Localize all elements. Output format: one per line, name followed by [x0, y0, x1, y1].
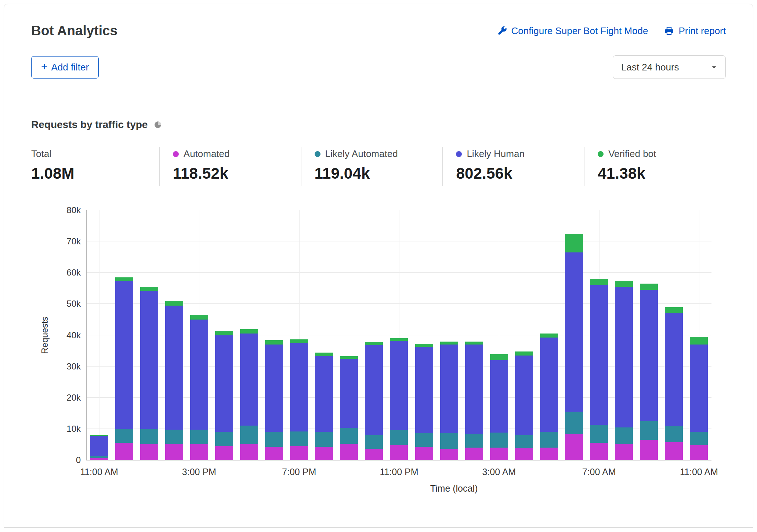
bar-22	[637, 210, 662, 460]
bar-8	[287, 210, 312, 460]
y-axis-title: Requests	[40, 317, 50, 354]
bar-segment	[265, 432, 283, 447]
bar-segment	[165, 430, 183, 444]
bar-segment	[515, 435, 533, 448]
bar-segment	[690, 432, 708, 445]
bar-24	[687, 210, 711, 460]
verified-bot-legend-dot	[598, 151, 604, 157]
bar-segment	[465, 342, 483, 345]
time-range-select[interactable]: Last 24 hours	[613, 55, 726, 79]
bar-segment	[490, 354, 508, 360]
bar-segment	[390, 430, 408, 445]
bar-segment	[215, 335, 233, 432]
stat-likely-human: Likely Human 802.56k	[442, 147, 584, 186]
x-tick-label: 7:00 PM	[282, 467, 316, 477]
bar-13	[412, 210, 437, 460]
bar-segment	[265, 340, 283, 345]
bar-segment	[115, 277, 133, 281]
bar-segment	[590, 279, 608, 285]
bar-4	[186, 210, 211, 460]
bar-segment	[165, 301, 183, 306]
bar-segment	[390, 338, 408, 341]
bar-segment	[640, 290, 658, 421]
bar-segment	[515, 351, 533, 356]
bar-segment	[115, 429, 133, 443]
bar-segment	[490, 433, 508, 448]
card-body: Requests by traffic type Total 1.08M Aut…	[4, 119, 753, 494]
bar-segment	[290, 431, 308, 446]
stat-likely-automated-value: 119.04k	[315, 165, 435, 182]
bar-16	[486, 210, 511, 460]
bar-segment	[265, 447, 283, 460]
bar-segment	[590, 443, 608, 460]
bar-segment	[465, 345, 483, 434]
x-tick-label: 7:00 AM	[582, 467, 616, 477]
plus-icon: +	[41, 61, 48, 72]
x-tick-label: 3:00 PM	[182, 467, 216, 477]
stat-likely-automated: Likely Automated 119.04k	[301, 147, 443, 186]
bar-segment	[440, 433, 458, 449]
stat-total-label: Total	[31, 148, 51, 160]
bar-segment	[190, 315, 208, 320]
stat-verified-bot-value: 41.38k	[598, 165, 718, 182]
stat-total-value: 1.08M	[31, 165, 152, 182]
bars-layer	[87, 210, 711, 460]
likely-human-legend-dot	[456, 151, 462, 157]
print-report-link[interactable]: Print report	[664, 25, 726, 37]
stat-likely-automated-label: Likely Automated	[325, 148, 398, 160]
bar-segment	[665, 307, 683, 313]
stat-automated-value: 118.52k	[173, 165, 294, 182]
bar-segment	[240, 329, 258, 334]
y-tick-label: 80k	[66, 205, 81, 215]
bar-segment	[490, 448, 508, 460]
bar-segment	[290, 343, 308, 431]
bar-segment	[365, 449, 383, 460]
bar-9	[312, 210, 337, 460]
bar-10	[337, 210, 362, 460]
bar-segment	[640, 284, 658, 290]
bar-segment	[415, 447, 433, 460]
x-tick-label: 11:00 PM	[380, 467, 418, 477]
bar-segment	[665, 426, 683, 442]
bar-segment	[490, 360, 508, 433]
y-tick-label: 50k	[66, 299, 81, 309]
bar-segment	[590, 425, 608, 443]
wrench-icon	[497, 26, 507, 36]
bar-segment	[315, 447, 333, 460]
bar-19	[561, 210, 586, 460]
bar-segment	[415, 347, 433, 433]
bar-segment	[365, 435, 383, 449]
bar-segment	[690, 445, 708, 460]
bar-0	[87, 210, 112, 460]
time-range-value: Last 24 hours	[621, 62, 679, 73]
bar-segment	[615, 281, 633, 287]
bar-5	[211, 210, 236, 460]
stat-automated-label: Automated	[184, 148, 230, 160]
bar-segment	[415, 344, 433, 347]
bar-segment	[565, 234, 583, 252]
bar-segment	[315, 432, 333, 447]
bar-segment	[90, 458, 108, 460]
bar-segment	[340, 359, 358, 427]
bar-segment	[265, 345, 283, 432]
bar-segment	[340, 428, 358, 444]
y-tick-label: 10k	[66, 424, 81, 434]
bar-segment	[315, 356, 333, 432]
plot-area: Requests 010k20k30k40k50k60k70k80k11:00 …	[86, 210, 711, 460]
likely-automated-legend-dot	[315, 151, 320, 157]
bar-segment	[540, 334, 558, 338]
bar-15	[461, 210, 486, 460]
bar-segment	[240, 426, 258, 444]
bar-segment	[390, 341, 408, 430]
stat-likely-human-value: 802.56k	[456, 165, 577, 182]
add-filter-button[interactable]: + Add filter	[31, 56, 99, 79]
bar-segment	[440, 345, 458, 433]
y-tick-label: 40k	[66, 330, 81, 340]
bar-segment	[140, 287, 158, 292]
stat-verified-bot-label: Verified bot	[608, 148, 656, 160]
x-tick-label: 11:00 AM	[680, 467, 718, 477]
bar-segment	[290, 339, 308, 343]
configure-super-bot-fight-mode-link[interactable]: Configure Super Bot Fight Mode	[497, 25, 648, 37]
bot-analytics-card: Bot Analytics Configure Super Bot Fight …	[4, 4, 753, 528]
bar-segment	[565, 434, 583, 460]
